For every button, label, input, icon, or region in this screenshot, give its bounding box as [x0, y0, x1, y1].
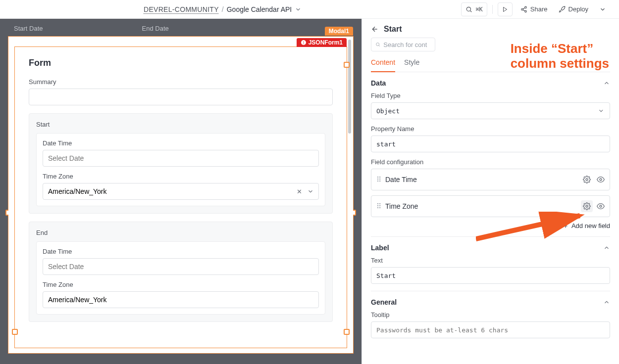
top-bar: DEVREL-COMMUNITY / Google Calendar API ⌘…: [0, 0, 619, 19]
field-visibility-button[interactable]: [597, 176, 605, 183]
svg-point-17: [600, 205, 602, 207]
property-name-label: Property Name: [371, 125, 610, 133]
svg-point-14: [586, 179, 588, 181]
label-text-input-wrap[interactable]: [371, 267, 610, 284]
svg-line-6: [523, 9, 525, 10]
section-label-title: Label: [371, 244, 389, 252]
chevron-down-icon: [599, 6, 606, 13]
resize-handle-right[interactable]: [344, 329, 350, 335]
rocket-icon: [559, 6, 566, 13]
svg-point-12: [376, 43, 379, 46]
chevron-up-icon[interactable]: [603, 244, 610, 251]
start-datetime-input[interactable]: [43, 150, 319, 167]
panel-title: Start: [384, 25, 402, 34]
svg-point-15: [600, 179, 602, 181]
field-config-row[interactable]: ⠿ Time Zone: [371, 195, 610, 217]
label-text-input[interactable]: [376, 272, 605, 279]
tab-content[interactable]: Content: [371, 55, 395, 72]
modal-scrollbar[interactable]: [348, 40, 351, 134]
property-name-input-wrap[interactable]: [371, 136, 610, 152]
editor-canvas: Start Date End Date Modal1 JSONForm1: [0, 19, 361, 364]
field-config-item-label: Time Zone: [385, 202, 418, 210]
arrow-left-icon: [371, 25, 379, 33]
svg-marker-2: [503, 7, 507, 11]
tooltip-input-wrap[interactable]: [371, 321, 610, 338]
clear-icon[interactable]: ✕: [297, 188, 302, 195]
deploy-button[interactable]: Deploy: [556, 2, 591, 16]
field-settings-button[interactable]: [581, 200, 593, 212]
start-timezone-select[interactable]: [43, 183, 319, 200]
property-panel: Start Content Style Data Field Typ: [361, 19, 619, 364]
chevron-down-icon[interactable]: [307, 188, 314, 195]
svg-point-16: [586, 205, 588, 207]
start-timezone-label: Time Zone: [43, 173, 319, 180]
svg-line-7: [523, 7, 525, 8]
form-title: Form: [29, 58, 333, 68]
end-timezone-label: Time Zone: [43, 281, 319, 288]
start-group-title: Start: [36, 121, 325, 128]
field-settings-button[interactable]: [581, 174, 593, 185]
breadcrumb-separator: /: [222, 5, 224, 13]
command-palette-button[interactable]: ⌘K: [461, 2, 487, 16]
modal-name-tag[interactable]: Modal1: [325, 27, 353, 36]
tooltip-input[interactable]: [376, 326, 605, 334]
property-name-input[interactable]: [376, 140, 605, 148]
resize-handle-right-top[interactable]: [344, 62, 350, 68]
breadcrumb-org[interactable]: DEVREL-COMMUNITY: [144, 5, 219, 13]
end-group-title: End: [36, 229, 325, 236]
panel-search-input[interactable]: [383, 41, 431, 48]
svg-point-3: [525, 6, 527, 8]
preview-button[interactable]: [498, 2, 513, 16]
plus-icon: [563, 223, 568, 229]
top-actions: ⌘K Share Deploy: [461, 2, 609, 16]
resize-handle-left[interactable]: [12, 329, 18, 335]
end-datetime-label: Date Time: [43, 248, 319, 255]
gear-icon: [583, 176, 591, 183]
section-general: General Tooltip: [371, 298, 610, 345]
search-icon: [375, 42, 380, 47]
back-button[interactable]: [371, 25, 379, 33]
svg-point-5: [525, 10, 527, 12]
svg-point-0: [467, 7, 471, 11]
end-datetime-input[interactable]: [43, 258, 319, 275]
field-type-select[interactable]: Object: [371, 102, 610, 119]
divider: [492, 5, 493, 14]
chevron-up-icon[interactable]: [603, 299, 610, 306]
end-group: End Date Time Time Zone: [29, 222, 333, 322]
command-shortcut-label: ⌘K: [475, 6, 482, 13]
share-icon: [520, 6, 527, 13]
drag-handle-icon[interactable]: ⠿: [376, 176, 380, 183]
deploy-menu-button[interactable]: [596, 2, 609, 16]
chevron-up-icon[interactable]: [603, 80, 610, 87]
end-timezone-select[interactable]: [43, 291, 319, 308]
drag-handle-icon[interactable]: ⠿: [376, 202, 380, 210]
jsonform-widget[interactable]: JSONForm1 Form Summary Start Date Time: [14, 46, 347, 348]
search-icon: [465, 6, 472, 13]
tab-style[interactable]: Style: [404, 55, 419, 72]
add-field-button[interactable]: Add new field: [371, 222, 610, 229]
start-datetime-label: Date Time: [43, 139, 319, 147]
section-data-title: Data: [371, 79, 386, 87]
share-label: Share: [530, 5, 548, 13]
share-button[interactable]: Share: [517, 2, 551, 16]
chevron-down-icon[interactable]: [295, 6, 302, 13]
breadcrumb: DEVREL-COMMUNITY / Google Calendar API: [144, 5, 302, 13]
field-visibility-button[interactable]: [597, 202, 605, 210]
chevron-down-icon: [598, 107, 605, 114]
form-card: Form Summary Start Date Time Time Zone: [15, 47, 347, 333]
breadcrumb-project[interactable]: Google Calendar API: [227, 5, 292, 13]
canvas-col-start-label: Start Date: [14, 25, 43, 32]
section-label: Label Text: [371, 244, 610, 291]
modal-widget[interactable]: Modal1 JSONForm1 Form Summary: [8, 36, 354, 354]
summary-input[interactable]: [29, 89, 333, 105]
warning-icon: [301, 40, 307, 46]
deploy-label: Deploy: [568, 5, 588, 13]
eye-icon: [597, 202, 605, 210]
jsonform-name-tag[interactable]: JSONForm1: [297, 38, 347, 47]
play-icon: [502, 6, 508, 12]
panel-tabs: Content Style: [371, 55, 610, 72]
field-type-value: Object: [376, 107, 598, 115]
panel-search[interactable]: [371, 38, 435, 51]
tooltip-label: Tooltip: [371, 311, 610, 318]
field-config-row[interactable]: ⠿ Date Time: [371, 169, 610, 190]
